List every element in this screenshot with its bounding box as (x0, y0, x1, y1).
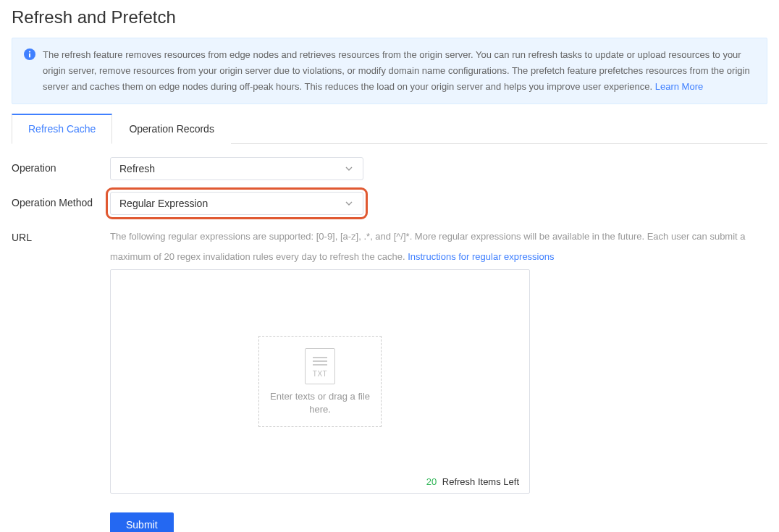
row-operation-method: Operation Method Regular Expression (6, 192, 773, 215)
url-label: URL (12, 227, 110, 243)
tab-refresh-cache[interactable]: Refresh Cache (12, 114, 112, 144)
chevron-down-icon (344, 164, 354, 174)
refresh-items-count: 20 (426, 476, 437, 487)
operation-select[interactable]: Refresh (110, 157, 363, 180)
operation-select-value: Refresh (119, 163, 155, 174)
refresh-items-label: Refresh Items Left (442, 476, 519, 487)
tabs: Refresh Cache Operation Records (12, 113, 767, 144)
svg-rect-2 (29, 54, 30, 58)
info-banner: The refresh feature removes resources fr… (12, 38, 767, 104)
file-ext-label: TXT (313, 370, 327, 378)
submit-button[interactable]: Submit (110, 512, 174, 532)
info-icon (24, 48, 35, 60)
url-dropzone[interactable]: TXT Enter texts or drag a file here. 20 … (110, 269, 530, 494)
form-area: Operation Refresh Operation Method Regul… (6, 144, 773, 532)
svg-point-1 (29, 51, 30, 52)
txt-file-icon: TXT (305, 348, 335, 384)
operation-method-select[interactable]: Regular Expression (110, 192, 363, 215)
learn-more-link[interactable]: Learn More (655, 81, 703, 92)
regex-instructions-link[interactable]: Instructions for regular expressions (408, 251, 554, 262)
chevron-down-icon (344, 198, 354, 208)
url-help-text: The following regular expressions are su… (110, 227, 767, 266)
operation-method-label: Operation Method (12, 192, 110, 208)
dropzone-inner: TXT Enter texts or drag a file here. (258, 336, 382, 427)
dropzone-footer: 20 Refresh Items Left (426, 476, 519, 487)
page-title: Refresh and Prefetch (6, 0, 773, 38)
row-url: URL The following regular expressions ar… (6, 227, 773, 494)
info-banner-text: The refresh feature removes resources fr… (43, 47, 755, 95)
dropzone-placeholder: Enter texts or drag a file here. (268, 390, 372, 416)
row-operation: Operation Refresh (6, 157, 773, 180)
operation-label: Operation (12, 157, 110, 174)
info-banner-body: The refresh feature removes resources fr… (43, 49, 750, 92)
tab-operation-records[interactable]: Operation Records (112, 114, 231, 144)
operation-method-select-value: Regular Expression (119, 198, 208, 209)
